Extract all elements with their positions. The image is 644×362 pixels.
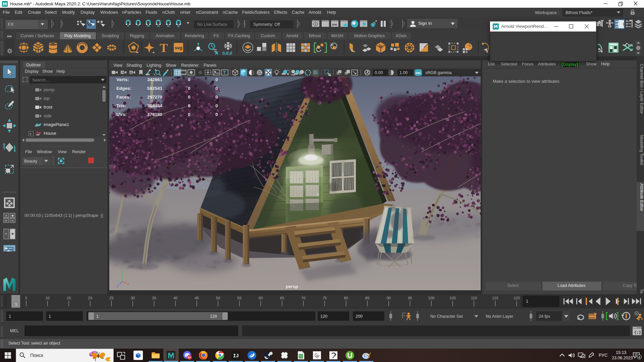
svg-text:T: T — [223, 70, 226, 75]
svg-text:MAYA: MAYA — [169, 358, 173, 360]
svg-text:0: 0 — [215, 103, 218, 108]
svg-text:105: 105 — [449, 296, 456, 300]
svg-text:85: 85 — [365, 296, 370, 300]
svg-text:308454: 308454 — [147, 103, 163, 108]
svg-text:582541: 582541 — [147, 86, 163, 91]
svg-text:376180: 376180 — [147, 112, 162, 117]
svg-text:{;}: {;} — [634, 330, 641, 335]
svg-text:120: 120 — [514, 296, 520, 300]
svg-text:15: 15 — [67, 296, 71, 300]
svg-text:90: 90 — [386, 296, 391, 300]
svg-text:40: 40 — [173, 296, 178, 300]
svg-text:4: 4 — [639, 356, 640, 359]
svg-text:Edges:: Edges: — [116, 86, 131, 91]
svg-text:0: 0 — [215, 86, 218, 91]
svg-text:60: 60 — [259, 296, 263, 300]
svg-text:Verts:: Verts: — [116, 77, 129, 82]
svg-text:0: 0 — [188, 77, 191, 82]
svg-text:5: 5 — [25, 296, 27, 300]
svg-text:persp: persp — [286, 284, 298, 289]
svg-text:+: + — [5, 232, 7, 236]
svg-text:80: 80 — [344, 296, 348, 300]
svg-text:95: 95 — [408, 296, 412, 300]
svg-text:y: y — [121, 269, 123, 274]
svg-text:x: x — [127, 282, 129, 286]
svg-text:115: 115 — [492, 296, 498, 300]
svg-text:Tris:: Tris: — [116, 103, 126, 108]
svg-text:0: 0 — [188, 103, 191, 108]
svg-text:+: + — [11, 219, 13, 223]
svg-text:100: 100 — [428, 296, 434, 300]
svg-text:75: 75 — [323, 296, 327, 300]
svg-text:1.00: 1.00 — [399, 70, 408, 75]
svg-text:55: 55 — [237, 296, 241, 300]
svg-text:0,0,0: 0,0,0 — [222, 51, 232, 56]
svg-text:342861: 342861 — [147, 77, 163, 82]
svg-text:25: 25 — [109, 296, 114, 300]
svg-text:IJ: IJ — [233, 353, 239, 359]
svg-text:65: 65 — [280, 296, 284, 300]
svg-text:50: 50 — [216, 296, 220, 300]
svg-text:30: 30 — [130, 296, 135, 300]
svg-text:z: z — [117, 284, 119, 288]
svg-text:+: + — [5, 214, 7, 218]
svg-text:0: 0 — [215, 95, 218, 100]
svg-text:10: 10 — [45, 296, 50, 300]
svg-text:0.00: 0.00 — [375, 70, 383, 75]
svg-text:0: 0 — [188, 95, 191, 100]
svg-text:0: 0 — [188, 112, 191, 117]
svg-text:IPR: IPR — [332, 23, 337, 26]
svg-text:35: 35 — [152, 296, 156, 300]
svg-text:0: 0 — [215, 77, 218, 82]
svg-text:110: 110 — [471, 296, 477, 300]
svg-text:70: 70 — [301, 296, 306, 300]
svg-text:UVs:: UVs: — [116, 112, 127, 117]
svg-text:Faces:: Faces: — [116, 95, 131, 100]
svg-text:9+: 9+ — [188, 356, 191, 359]
svg-text:0: 0 — [215, 112, 218, 117]
svg-text:T: T — [160, 41, 168, 55]
svg-text:0: 0 — [188, 86, 191, 91]
svg-text:svg: svg — [175, 45, 182, 50]
svg-text:45: 45 — [195, 296, 199, 300]
svg-text:20: 20 — [88, 296, 92, 300]
svg-text:297270: 297270 — [147, 95, 162, 100]
svg-text:+: + — [5, 219, 7, 223]
svg-text:ON: ON — [416, 71, 420, 75]
